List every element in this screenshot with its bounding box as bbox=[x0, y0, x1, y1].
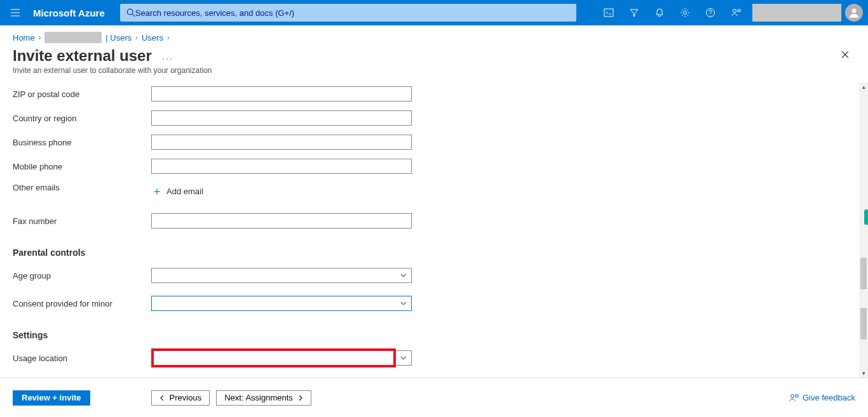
page-title: Invite external user bbox=[13, 47, 152, 65]
row-country: Country or region bbox=[13, 107, 848, 129]
select-usage-location[interactable] bbox=[151, 350, 412, 366]
cloud-shell-button[interactable] bbox=[596, 0, 621, 25]
label-zip: ZIP or postal code bbox=[13, 89, 151, 99]
vertical-scrollbar[interactable]: ▴ ▾ bbox=[859, 83, 868, 378]
cloud-shell-icon bbox=[604, 8, 614, 18]
hamburger-menu-button[interactable] bbox=[0, 0, 31, 25]
plus-icon: ＋ bbox=[151, 185, 163, 197]
account-redacted bbox=[752, 4, 841, 22]
label-mobile-phone: Mobile phone bbox=[13, 162, 151, 171]
chevron-left-icon bbox=[159, 395, 166, 401]
scroll-thumb[interactable] bbox=[860, 258, 867, 289]
breadcrumb-redacted[interactable] bbox=[44, 32, 102, 43]
avatar-button[interactable] bbox=[845, 4, 863, 22]
breadcrumb-users-2[interactable]: Users bbox=[142, 33, 163, 43]
chevron-down-icon bbox=[400, 354, 407, 362]
chevron-down-icon bbox=[400, 272, 407, 279]
row-business-phone: Business phone bbox=[13, 131, 848, 154]
label-usage-location: Usage location bbox=[13, 354, 151, 363]
svg-point-2 bbox=[684, 11, 687, 15]
top-nav: Microsoft Azure bbox=[0, 0, 868, 25]
chevron-down-icon bbox=[400, 300, 407, 307]
label-other-emails: Other emails bbox=[13, 183, 151, 192]
help-icon bbox=[705, 8, 715, 18]
review-invite-button[interactable]: Review + invite bbox=[13, 390, 90, 406]
topbar-icons bbox=[596, 0, 868, 25]
section-parental-controls: Parental controls bbox=[13, 248, 848, 258]
row-usage-location: Usage location bbox=[13, 347, 848, 369]
filter-icon bbox=[629, 8, 639, 18]
page-subtitle: Invite an external user to collaborate w… bbox=[13, 66, 855, 75]
give-feedback-link[interactable]: Give feedback bbox=[789, 393, 855, 403]
next-label: Next: Assignments bbox=[224, 393, 293, 402]
breadcrumb: Home › | Users › Users › bbox=[0, 25, 868, 46]
person-feedback-icon bbox=[789, 393, 799, 403]
svg-rect-1 bbox=[604, 9, 613, 17]
input-country[interactable] bbox=[151, 110, 412, 126]
label-consent: Consent provided for minor bbox=[13, 299, 151, 308]
breadcrumb-home[interactable]: Home bbox=[13, 33, 35, 43]
row-zip: ZIP or postal code bbox=[13, 83, 848, 105]
chevron-right-icon: › bbox=[39, 34, 41, 41]
chevron-right-icon: › bbox=[167, 34, 170, 41]
close-blade-button[interactable] bbox=[840, 50, 850, 60]
svg-point-6 bbox=[790, 394, 794, 397]
hamburger-icon bbox=[10, 8, 20, 18]
row-consent: Consent provided for minor bbox=[13, 292, 848, 315]
input-zip[interactable] bbox=[151, 86, 412, 102]
previous-label: Previous bbox=[170, 393, 202, 402]
help-button[interactable] bbox=[698, 0, 723, 25]
input-mobile-phone[interactable] bbox=[151, 159, 412, 174]
form-area: ZIP or postal code Country or region Bus… bbox=[0, 83, 860, 378]
input-fax[interactable] bbox=[151, 213, 412, 228]
previous-button[interactable]: Previous bbox=[151, 390, 210, 406]
notifications-button[interactable] bbox=[647, 0, 672, 25]
global-search[interactable] bbox=[120, 4, 576, 22]
label-business-phone: Business phone bbox=[13, 138, 151, 147]
label-age-group: Age group bbox=[13, 271, 151, 281]
row-other-emails: Other emails ＋ Add email bbox=[13, 179, 848, 202]
bell-icon bbox=[654, 8, 665, 18]
feedback-label: Give feedback bbox=[803, 393, 855, 402]
add-email-label: Add email bbox=[166, 187, 203, 196]
select-age-group[interactable] bbox=[151, 268, 412, 283]
side-tab-indicator[interactable] bbox=[864, 209, 868, 225]
breadcrumb-users-1[interactable]: | Users bbox=[105, 33, 132, 43]
row-fax: Fax number bbox=[13, 209, 848, 232]
gear-icon bbox=[680, 8, 690, 18]
avatar-icon bbox=[848, 6, 860, 19]
search-input[interactable] bbox=[135, 8, 570, 18]
svg-point-5 bbox=[852, 9, 857, 13]
brand-label[interactable]: Microsoft Azure bbox=[31, 8, 115, 18]
person-feedback-icon bbox=[731, 8, 741, 18]
svg-point-4 bbox=[733, 10, 736, 13]
svg-point-0 bbox=[127, 9, 133, 15]
scroll-up-button[interactable]: ▴ bbox=[859, 83, 868, 91]
add-email-button[interactable]: ＋ Add email bbox=[151, 183, 203, 199]
scroll-track[interactable] bbox=[859, 91, 868, 369]
label-country: Country or region bbox=[13, 114, 151, 123]
chevron-right-icon bbox=[297, 395, 303, 401]
search-icon bbox=[126, 8, 135, 17]
close-icon bbox=[840, 50, 850, 60]
scroll-thumb[interactable] bbox=[860, 308, 867, 340]
row-mobile-phone: Mobile phone bbox=[13, 155, 848, 178]
scroll-down-button[interactable]: ▾ bbox=[859, 369, 868, 378]
input-business-phone[interactable] bbox=[151, 135, 412, 150]
more-actions-button[interactable]: ··· bbox=[162, 53, 173, 63]
row-age-group: Age group bbox=[13, 264, 848, 287]
feedback-top-button[interactable] bbox=[723, 0, 749, 25]
settings-button[interactable] bbox=[672, 0, 698, 25]
page-header: Invite external user ··· Invite an exter… bbox=[0, 46, 868, 80]
footer-bar: Review + invite Previous Next: Assignmen… bbox=[0, 378, 868, 417]
section-settings: Settings bbox=[13, 330, 848, 340]
label-fax: Fax number bbox=[13, 216, 151, 226]
directories-button[interactable] bbox=[621, 0, 647, 25]
next-assignments-button[interactable]: Next: Assignments bbox=[216, 390, 311, 406]
select-consent-minor[interactable] bbox=[151, 296, 412, 311]
chevron-right-icon: › bbox=[135, 34, 138, 41]
